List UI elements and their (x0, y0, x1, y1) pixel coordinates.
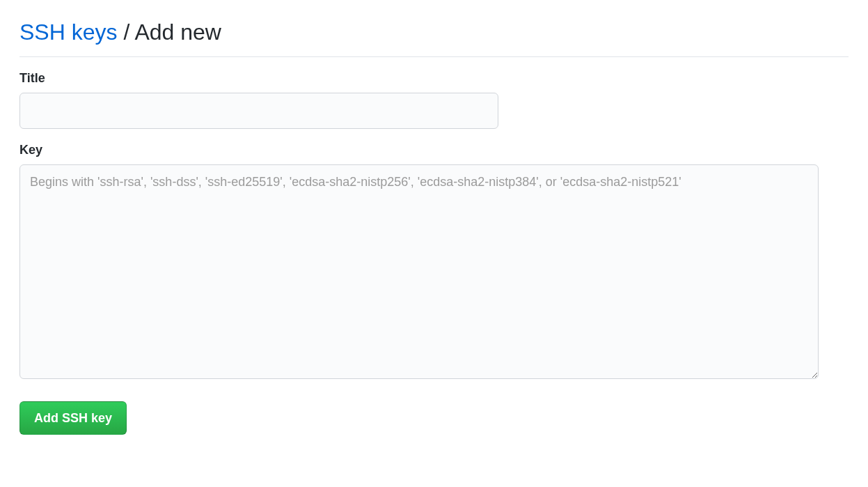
key-textarea[interactable] (19, 164, 819, 379)
page-header: SSH keys / Add new (19, 20, 849, 57)
breadcrumb-separator: / (117, 20, 134, 45)
ssh-keys-link[interactable]: SSH keys (19, 20, 117, 45)
title-label: Title (19, 71, 849, 86)
add-ssh-key-button[interactable]: Add SSH key (19, 401, 127, 435)
page-title-current: Add new (134, 20, 221, 45)
key-group: Key (19, 143, 849, 382)
key-label: Key (19, 143, 849, 157)
title-input[interactable] (19, 93, 498, 129)
add-ssh-key-form: Title Key Add SSH key (19, 71, 849, 435)
title-group: Title (19, 71, 849, 129)
